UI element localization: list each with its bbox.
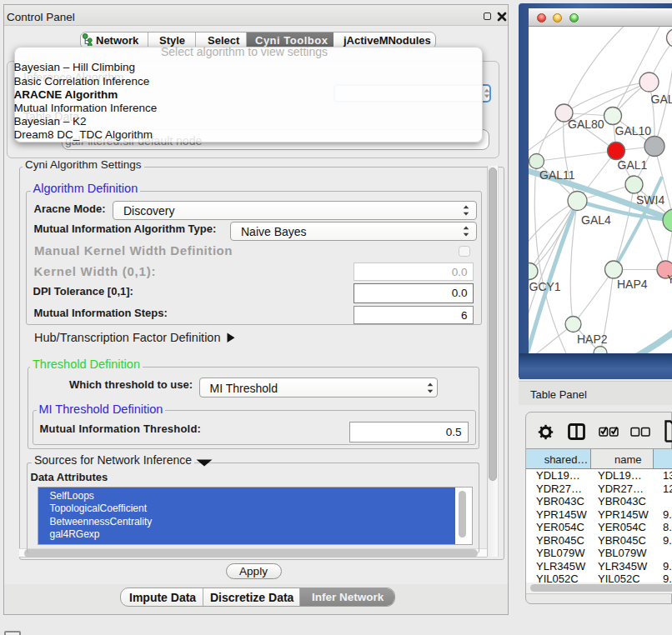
svg-text:GAL80: GAL80 <box>568 117 604 130</box>
svg-text:GCY1: GCY1 <box>529 280 560 293</box>
svg-text:GAL10: GAL10 <box>614 123 651 137</box>
svg-text:YMR: YMR <box>667 272 672 285</box>
svg-text:HAP2: HAP2 <box>577 332 608 345</box>
svg-text:GAL2: GAL2 <box>650 92 672 105</box>
svg-text:HAP4: HAP4 <box>617 277 648 290</box>
svg-text:SWI4: SWI4 <box>636 192 664 206</box>
svg-text:GAL1: GAL1 <box>617 158 647 171</box>
svg-text:GAL4: GAL4 <box>581 213 611 227</box>
svg-text:GAL11: GAL11 <box>539 168 575 182</box>
